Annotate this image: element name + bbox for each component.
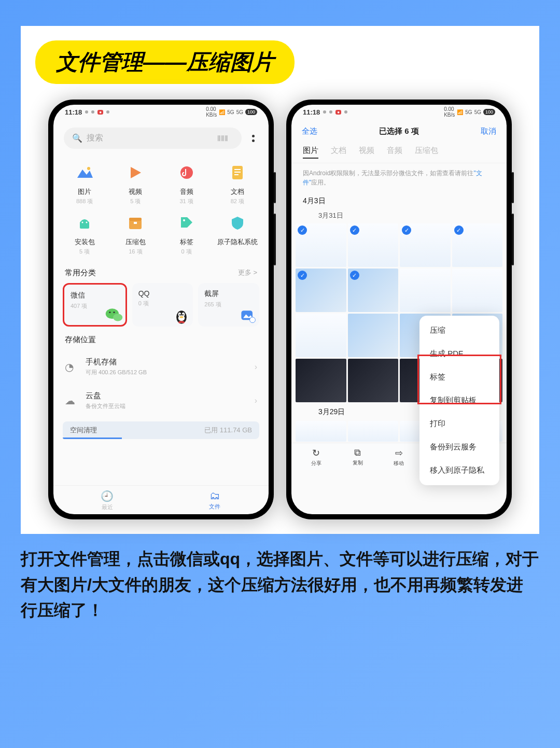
selection-title: 已选择 6 项: [379, 126, 419, 136]
storage-heading: 存储位置: [65, 335, 96, 345]
category-images[interactable]: 图片888 项: [61, 162, 108, 205]
pie-icon: ◔: [65, 361, 79, 373]
menu-print[interactable]: 打印: [419, 412, 499, 435]
copy-icon: ⧉: [353, 447, 363, 458]
share-icon: ↻: [311, 447, 321, 459]
thumbnail[interactable]: ✓: [452, 223, 503, 267]
context-menu: 压缩 生成 PDF 标签 复制到剪贴板 打印 备份到云服务 移入到原子隐私: [419, 316, 499, 485]
category-audio[interactable]: 音频31 项: [163, 162, 211, 205]
thumbnail[interactable]: [452, 269, 503, 312]
voice-input-icon[interactable]: ⦀⦀⦀: [217, 134, 228, 143]
cloud-storage-row[interactable]: ☁ 云盘备份文件至云端 ›: [53, 384, 269, 417]
tab-images[interactable]: 图片: [303, 146, 318, 159]
svg-point-7: [86, 222, 88, 223]
thumbnail[interactable]: ✓: [400, 223, 451, 267]
cloud-icon: ☁: [65, 394, 79, 407]
menu-tag[interactable]: 标签: [419, 365, 499, 389]
date-group-mar31: 3月31日: [291, 209, 507, 222]
svg-rect-9: [129, 218, 142, 221]
svg-rect-8: [129, 220, 142, 229]
nav-files[interactable]: 🗂文件: [161, 486, 269, 514]
svg-rect-4: [234, 172, 241, 173]
svg-point-13: [113, 314, 122, 321]
checkmark-icon: ✓: [402, 225, 411, 235]
clock-icon: 🕘: [53, 490, 161, 502]
thumbnail[interactable]: ✓: [296, 269, 346, 312]
thumbnail[interactable]: ✓: [296, 223, 346, 267]
svg-point-24: [250, 317, 256, 323]
menu-clipboard[interactable]: 复制到剪贴板: [419, 389, 499, 412]
phone-storage-row[interactable]: ◔ 手机存储可用 400.26 GB/512 GB ›: [53, 350, 269, 384]
thumbnail[interactable]: ✓: [348, 269, 399, 312]
common-wechat-card[interactable]: 微信 407 项: [63, 283, 127, 327]
status-bar: 11:18● 0.00KB/s📶5G5G100: [53, 105, 269, 119]
category-docs[interactable]: 文档82 项: [214, 162, 261, 205]
svg-point-6: [82, 222, 83, 223]
page-title-banner: 文件管理——压缩图片: [35, 40, 295, 84]
tab-video[interactable]: 视频: [359, 146, 374, 159]
svg-rect-3: [234, 169, 241, 170]
svg-point-14: [109, 312, 110, 313]
storage-clean-bar[interactable]: 空间清理 已用 111.74 GB: [63, 421, 259, 439]
battery-icon: 100: [245, 109, 257, 115]
permission-notice: 因Android权限限制，无法显示部分微信文件，如需查看请前往"文件"应用。: [291, 163, 507, 192]
date-group-apr3: 4月3日: [291, 192, 507, 209]
checkmark-icon: ✓: [298, 225, 307, 235]
svg-point-21: [183, 314, 184, 316]
tab-archive[interactable]: 压缩包: [415, 146, 438, 159]
checkmark-icon: ✓: [454, 225, 464, 235]
category-tags[interactable]: 标签0 项: [163, 213, 211, 256]
wechat-icon: [105, 305, 123, 324]
search-input[interactable]: 🔍 搜索 ⦀⦀⦀: [64, 128, 242, 149]
copy-button[interactable]: ⧉复制: [353, 447, 363, 467]
nav-recent[interactable]: 🕘最近: [53, 486, 161, 514]
chevron-right-icon: ›: [255, 362, 257, 372]
cancel-button[interactable]: 取消: [481, 126, 496, 136]
category-apk[interactable]: 安装包5 项: [61, 213, 108, 256]
common-qq-card[interactable]: QQ 0 项: [132, 283, 193, 327]
svg-point-22: [180, 316, 184, 318]
clock-text: 11:18: [65, 108, 82, 116]
thumbnail[interactable]: [348, 359, 399, 402]
common-screenshot-card[interactable]: 截屏 265 项: [198, 283, 259, 327]
phone-mockup-right: 11:18● 0.00KB/s📶5G5G100 全选 已选择 6 项 取消 图片…: [286, 100, 512, 519]
thumbnail[interactable]: [296, 314, 346, 357]
qq-icon: [172, 307, 191, 326]
menu-compress[interactable]: 压缩: [419, 319, 499, 342]
common-heading: 常用分类: [65, 268, 96, 278]
svg-rect-10: [134, 222, 137, 224]
svg-point-1: [180, 166, 193, 179]
chevron-right-icon: ›: [255, 396, 257, 405]
caption-text: 打开文件管理，点击微信或qq，选择图片、文件等可以进行压缩，对于有大图片/大文件…: [21, 546, 539, 624]
select-all-button[interactable]: 全选: [302, 126, 317, 136]
tab-docs[interactable]: 文档: [331, 146, 346, 159]
svg-point-0: [87, 167, 90, 170]
thumbnail[interactable]: [400, 269, 451, 312]
move-button[interactable]: ⇨移动: [394, 447, 404, 467]
category-archive[interactable]: 压缩包16 项: [111, 213, 159, 256]
search-icon: 🔍: [72, 133, 82, 143]
menu-generate-pdf[interactable]: 生成 PDF: [419, 342, 499, 365]
share-button[interactable]: ↻分享: [311, 447, 321, 467]
move-icon: ⇨: [394, 447, 404, 459]
category-video[interactable]: 视频5 项: [111, 162, 159, 205]
thumbnail[interactable]: ✓: [348, 223, 399, 267]
menu-backup-cloud[interactable]: 备份到云服务: [419, 435, 499, 459]
more-link[interactable]: 更多 >: [238, 268, 257, 278]
screenshot-icon: [239, 307, 257, 326]
category-privacy[interactable]: 原子隐私系统: [214, 213, 261, 256]
network-icon: 0.00KB/s: [206, 106, 217, 118]
thumbnail[interactable]: [296, 359, 346, 402]
thumbnail[interactable]: [348, 421, 399, 442]
menu-move-privacy[interactable]: 移入到原子隐私: [419, 459, 499, 482]
tab-audio[interactable]: 音频: [387, 146, 402, 159]
thumbnail[interactable]: [348, 314, 399, 357]
svg-point-11: [183, 219, 185, 221]
checkmark-icon: ✓: [350, 271, 359, 280]
status-bar: 11:18● 0.00KB/s📶5G5G100: [291, 105, 507, 119]
menu-more-icon[interactable]: [248, 135, 258, 142]
svg-point-20: [179, 314, 181, 316]
checkmark-icon: ✓: [298, 271, 307, 280]
thumbnail[interactable]: [296, 421, 346, 442]
search-placeholder: 搜索: [87, 133, 103, 144]
